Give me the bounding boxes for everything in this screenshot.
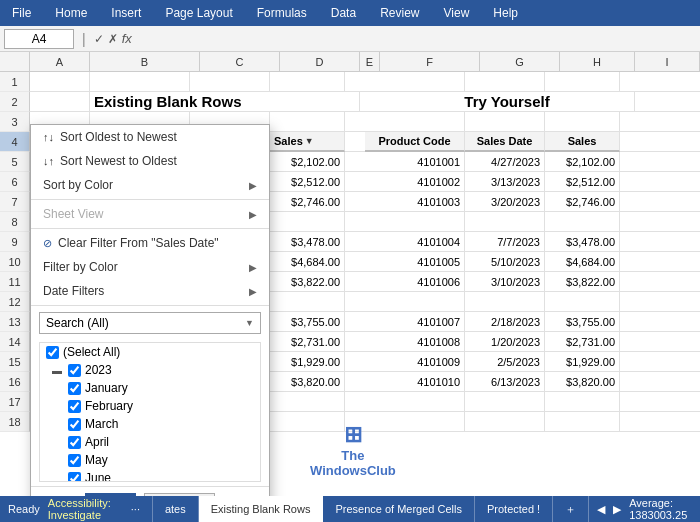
cell-a1[interactable] [30,72,90,92]
cell-i16[interactable] [620,372,700,392]
cell-f14[interactable]: 4101008 [365,332,465,352]
cb-january-input[interactable] [68,382,81,395]
cell-f3[interactable] [365,112,465,132]
cb-february-input[interactable] [68,400,81,413]
cell-i11[interactable] [620,272,700,292]
cell-d1[interactable] [270,72,345,92]
cell-h3[interactable] [545,112,620,132]
add-sheet-button[interactable]: ＋ [553,496,589,522]
cb-select-all[interactable]: (Select All) [40,343,260,361]
cell-i5[interactable] [620,152,700,172]
cell-i7[interactable] [620,192,700,212]
filter-by-color[interactable]: Filter by Color [31,255,269,279]
cell-f13[interactable]: 4101007 [365,312,465,332]
expand-2023-icon[interactable]: ▬ [52,365,62,376]
cell-f7[interactable]: 4101003 [365,192,465,212]
cell-h15[interactable]: $1,929.00 [545,352,620,372]
cross-icon[interactable]: ✗ [108,32,118,46]
cell-g5[interactable]: 4/27/2023 [465,152,545,172]
cell-f4-product-code[interactable]: Product Code [365,132,465,152]
cell-f5[interactable]: 4101001 [365,152,465,172]
cell-i8[interactable] [620,212,700,232]
cell-d13[interactable]: $3,755.00 [270,312,345,332]
cell-reference[interactable] [4,29,74,49]
col-header-h[interactable]: H [560,52,635,71]
cell-f1[interactable] [365,72,465,92]
cell-i17[interactable] [620,392,700,412]
cell-i6[interactable] [620,172,700,192]
cell-i4[interactable] [620,132,700,152]
checkmark-icon[interactable]: ✓ [94,32,104,46]
col-header-e[interactable]: E [360,52,380,71]
cell-c1[interactable] [190,72,270,92]
cb-june[interactable]: June [40,469,260,482]
cell-h6[interactable]: $2,512.00 [545,172,620,192]
cell-d9[interactable]: $3,478.00 [270,232,345,252]
cb-2023-input[interactable] [68,364,81,377]
cb-april-input[interactable] [68,436,81,449]
cb-june-input[interactable] [68,472,81,483]
cell-f9[interactable]: 4101004 [365,232,465,252]
cell-h8[interactable] [545,212,620,232]
sales-filter-arrow[interactable]: ▼ [305,136,314,146]
cell-h10[interactable]: $4,684.00 [545,252,620,272]
cb-select-all-input[interactable] [46,346,59,359]
cell-f6[interactable]: 4101002 [365,172,465,192]
cell-d6[interactable]: $2,512.00 [270,172,345,192]
cell-b1[interactable] [90,72,190,92]
col-header-c[interactable]: C [200,52,280,71]
status-tab-merged-cells[interactable]: Presence of Merged Cells [323,496,475,522]
cell-d10[interactable]: $4,684.00 [270,252,345,272]
cb-january[interactable]: January [40,379,260,397]
cell-g18[interactable] [465,412,545,432]
cb-2023[interactable]: ▬ 2023 [40,361,260,379]
cell-i18[interactable] [620,412,700,432]
cell-d11[interactable]: $3,822.00 [270,272,345,292]
menu-formulas[interactable]: Formulas [253,4,311,22]
cell-h17[interactable] [545,392,620,412]
cell-h4-sales[interactable]: Sales [545,132,620,152]
cell-i2[interactable] [635,92,700,112]
cell-f17[interactable] [365,392,465,412]
cb-may-input[interactable] [68,454,81,467]
ok-button[interactable]: OK [85,493,136,496]
cancel-button[interactable]: Cancel [144,493,215,496]
cell-f15[interactable]: 4101009 [365,352,465,372]
status-tab-ellipsis[interactable]: ··· [119,496,153,522]
cell-g3[interactable] [465,112,545,132]
cell-f16[interactable]: 4101010 [365,372,465,392]
cell-i3[interactable] [620,112,700,132]
cell-g1[interactable] [465,72,545,92]
status-tab-ates[interactable]: ates [153,496,199,522]
cell-g4-sales-date[interactable]: Sales Date [465,132,545,152]
cell-h5[interactable]: $2,102.00 [545,152,620,172]
cell-h11[interactable]: $3,822.00 [545,272,620,292]
cell-g15[interactable]: 2/5/2023 [465,352,545,372]
menu-view[interactable]: View [440,4,474,22]
cell-g17[interactable] [465,392,545,412]
cell-g7[interactable]: 3/20/2023 [465,192,545,212]
sort-by-color[interactable]: Sort by Color [31,173,269,197]
cell-f8[interactable] [365,212,465,232]
cell-d14[interactable]: $2,731.00 [270,332,345,352]
cell-d15[interactable]: $1,929.00 [270,352,345,372]
cell-h1[interactable] [545,72,620,92]
cell-h9[interactable]: $3,478.00 [545,232,620,252]
cell-h16[interactable]: $3,820.00 [545,372,620,392]
cell-d12[interactable] [270,292,345,312]
cb-february[interactable]: February [40,397,260,415]
cell-i15[interactable] [620,352,700,372]
cell-h18[interactable] [545,412,620,432]
menu-help[interactable]: Help [489,4,522,22]
search-box[interactable]: Search (All) [39,312,261,334]
cell-a2[interactable] [30,92,90,112]
cell-i12[interactable] [620,292,700,312]
cb-march[interactable]: March [40,415,260,433]
cb-may[interactable]: May [40,451,260,469]
cell-g9[interactable]: 7/7/2023 [465,232,545,252]
col-header-f[interactable]: F [380,52,480,71]
status-tab-protected[interactable]: Protected ! [475,496,553,522]
cb-april[interactable]: April [40,433,260,451]
cell-g8[interactable] [465,212,545,232]
cell-d4-sales[interactable]: Sales ▼ [270,132,345,152]
